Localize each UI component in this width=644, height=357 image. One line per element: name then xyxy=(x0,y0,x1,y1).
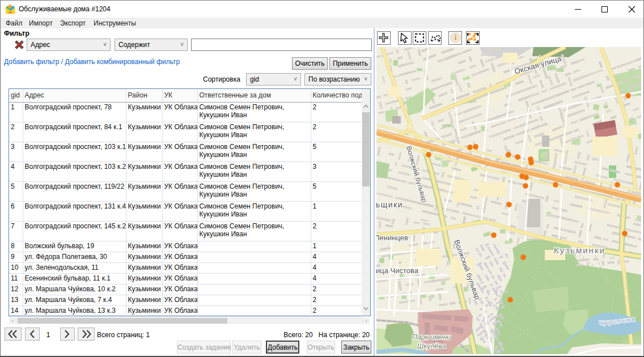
svg-text:Шкулёва: Шкулёва xyxy=(417,342,446,350)
svg-text:Парк имени: Парк имени xyxy=(412,333,451,341)
svg-text:ица Чистова: ица Чистова xyxy=(376,266,419,275)
svg-text:Кузьминки: Кузьминки xyxy=(554,245,605,255)
svg-text:Ленинцев: Ленинцев xyxy=(376,233,408,242)
svg-text:ьщики: ьщики xyxy=(376,200,403,209)
